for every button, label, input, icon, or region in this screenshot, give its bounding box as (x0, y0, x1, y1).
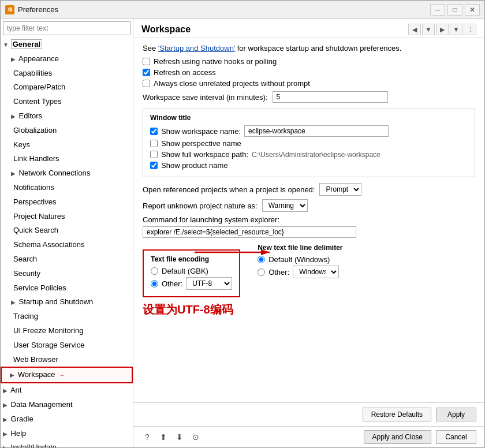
sidebar-item-gradle[interactable]: ▶ Gradle (1, 412, 133, 427)
help-icon[interactable]: ? (141, 431, 153, 443)
checkbox-row-2: Refresh on access (143, 68, 475, 77)
sidebar-item-security[interactable]: Security (1, 267, 133, 281)
report-unknown-label: Report unknown project nature as: (143, 201, 258, 210)
filter-input[interactable] (3, 21, 130, 35)
sidebar-item-tracing[interactable]: Tracing (1, 309, 133, 324)
encoding-default-radio[interactable] (151, 267, 158, 275)
refresh-access-checkbox[interactable] (143, 69, 150, 76)
show-workspace-name-checkbox[interactable] (150, 128, 158, 135)
workspace-name-input[interactable] (244, 125, 389, 137)
sidebar-item-network-connections[interactable]: ▶ Network Connections (1, 166, 133, 181)
app-icon: ⚙ (5, 5, 14, 14)
checkbox-row-3: Always close unrelated projects without … (143, 79, 475, 88)
back-button[interactable]: ◀ (408, 24, 421, 35)
restore-defaults-button[interactable]: Restore Defaults (363, 408, 431, 421)
always-close-checkbox[interactable] (143, 80, 150, 87)
show-product-label: Show product name (161, 161, 228, 170)
save-interval-row: Workspace save interval (in minutes): (143, 91, 475, 103)
forward-button[interactable]: ▶ (436, 24, 449, 35)
general-label: General (11, 39, 42, 49)
sidebar-item-help[interactable]: ▶ Help (1, 427, 133, 441)
window-title: Preferences (18, 5, 58, 14)
apply-close-button[interactable]: Apply and Close (364, 430, 431, 444)
sidebar-item-content-types[interactable]: Content Types (1, 95, 133, 109)
show-product-checkbox[interactable] (150, 162, 158, 169)
sidebar-item-workspace[interactable]: ▶ Workspace ← (1, 367, 133, 383)
show-perspective-checkbox[interactable] (150, 140, 158, 147)
nav-buttons: ◀ ▼ ▶ ▼ ⋮ (408, 24, 476, 35)
encoding-other-radio[interactable] (151, 280, 158, 288)
delimiter-default-row: Default (Windows) (258, 255, 475, 264)
red-arrow (189, 238, 281, 267)
sidebar-item-notifications[interactable]: Notifications (1, 181, 133, 195)
footer-action-buttons: Apply and Close Cancel (364, 430, 476, 444)
nav-dropdown-button[interactable]: ▼ (422, 24, 435, 35)
intro-text: See 'Startup and Shutdown' for workspace… (143, 44, 475, 53)
sidebar-item-search[interactable]: Search (1, 252, 133, 267)
show-product-row: Show product name (150, 161, 468, 170)
sidebar-item-project-natures[interactable]: Project Natures (1, 210, 133, 224)
sidebar-item-editors[interactable]: ▶ Editors (1, 109, 133, 124)
refresh-access-label: Refresh on access (154, 68, 216, 77)
show-perspective-label: Show perspective name (161, 139, 241, 148)
sidebar-item-globalization[interactable]: Globalization (1, 124, 133, 138)
toggle-workspace[interactable]: ▶ (10, 371, 16, 380)
checkbox-row-1: Refresh using native hooks or polling (143, 57, 475, 66)
sidebar-item-service-policies[interactable]: Service Policies (1, 281, 133, 296)
titlebar-left: ⚙ Preferences (5, 5, 58, 14)
encoding-other-row: Other: UTF-8 GBK ISO-8859-1 UTF-16 (151, 277, 232, 290)
export-icon[interactable]: ⬇ (174, 431, 185, 443)
show-full-path-checkbox[interactable] (150, 151, 158, 158)
show-full-path-label: Show full workspace path: (161, 150, 248, 159)
sidebar-item-web-browser[interactable]: Web Browser (1, 353, 133, 367)
sidebar-item-appearance[interactable]: ▶ Appearance (1, 52, 133, 66)
show-full-path-row: Show full workspace path: C:\Users\Admin… (150, 150, 468, 159)
sidebar-item-startup-shutdown[interactable]: ▶ Startup and Shutdown (1, 295, 133, 309)
preferences-window: ⚙ Preferences ─ □ ✕ ▼ General ▶ Appearan… (0, 0, 485, 448)
encoding-other-label: Other: (162, 279, 182, 288)
sidebar-item-capabilities[interactable]: Capabilities (1, 66, 133, 81)
encoding-area: Text file encoding Default (GBK) Other: … (143, 244, 475, 297)
window-controls: ─ □ ✕ (430, 4, 480, 16)
line-delimiter-section: New text file line delimiter Default (Wi… (258, 244, 475, 297)
sidebar-item-quick-search[interactable]: Quick Search (1, 223, 133, 238)
annotation-text: 设置为UTF-8编码 (143, 302, 475, 318)
delimiter-other-label: Other: (268, 268, 289, 277)
arrow-container (189, 238, 281, 268)
sidebar-item-user-storage[interactable]: User Storage Service (1, 338, 133, 353)
menu-button[interactable]: ⋮ (464, 24, 476, 35)
main-area: ▼ General ▶ Appearance Capabilities Comp… (1, 19, 484, 447)
report-unknown-select[interactable]: Warning Error Ignore (262, 199, 308, 212)
sidebar-item-keys[interactable]: Keys (1, 138, 133, 152)
import-icon[interactable]: ⬆ (158, 431, 169, 443)
nav-dropdown2-button[interactable]: ▼ (450, 24, 462, 35)
always-close-label: Always close unrelated projects without … (154, 79, 310, 88)
sidebar-item-schema-associations[interactable]: Schema Associations (1, 238, 133, 252)
settings-icon[interactable]: ⊙ (190, 431, 202, 443)
sidebar-item-perspectives[interactable]: Perspectives (1, 195, 133, 210)
command-input[interactable] (143, 226, 356, 238)
sidebar-item-ui-freeze[interactable]: UI Freeze Monitoring (1, 324, 133, 338)
toggle-general[interactable]: ▼ (3, 40, 9, 50)
apply-button[interactable]: Apply (436, 408, 476, 421)
delimiter-other-radio[interactable] (258, 268, 265, 276)
sidebar-item-compare-patch[interactable]: Compare/Patch (1, 80, 133, 95)
sidebar-item-general[interactable]: ▼ General (1, 38, 133, 52)
close-button[interactable]: ✕ (465, 4, 480, 16)
maximize-button[interactable]: □ (447, 4, 462, 16)
minimize-button[interactable]: ─ (430, 4, 445, 16)
delimiter-other-select[interactable]: Windows Unix Mac (293, 266, 339, 278)
save-interval-input[interactable] (273, 91, 388, 103)
open-referenced-row: Open referenced projects when a project … (143, 183, 475, 196)
show-workspace-name-row: Show workspace name: (150, 125, 468, 137)
report-unknown-row: Report unknown project nature as: Warnin… (143, 199, 475, 212)
sidebar-item-ant[interactable]: ▶ Ant (1, 383, 133, 398)
cancel-button[interactable]: Cancel (436, 430, 476, 444)
encoding-other-select[interactable]: UTF-8 GBK ISO-8859-1 UTF-16 (186, 277, 232, 290)
sidebar-item-data-management[interactable]: ▶ Data Management (1, 398, 133, 412)
startup-shutdown-link[interactable]: 'Startup and Shutdown' (158, 44, 236, 53)
refresh-hooks-checkbox[interactable] (143, 58, 150, 65)
sidebar-item-install-update[interactable]: ▶ Install/Update (1, 440, 133, 447)
open-referenced-select[interactable]: Prompt Always Never (319, 183, 361, 196)
sidebar-item-link-handlers[interactable]: Link Handlers (1, 152, 133, 166)
